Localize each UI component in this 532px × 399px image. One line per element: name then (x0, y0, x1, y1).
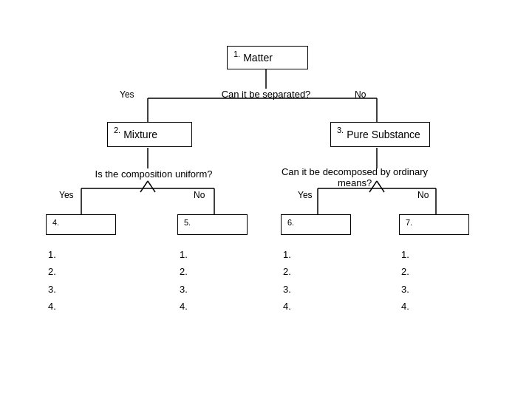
list-item: 4. (401, 298, 409, 315)
list-item: 1. (180, 246, 188, 263)
separated-question: Can it be separated? (192, 89, 340, 100)
list-item: 4. (283, 298, 291, 315)
box5: 5. (177, 214, 248, 235)
yes2-label: Yes (59, 190, 74, 200)
list-box5: 1. 2. 3. 4. (180, 246, 188, 316)
pure-substance-box: 3. Pure Substance (330, 122, 430, 147)
box6: 6. (281, 214, 351, 235)
list-item: 4. (48, 298, 56, 315)
list-item: 2. (401, 263, 409, 280)
box4: 4. (46, 214, 116, 235)
yes3-label: Yes (298, 190, 313, 200)
list-item: 4. (180, 298, 188, 315)
list-box4: 1. 2. 3. 4. (48, 246, 56, 316)
pure-number: 3. (337, 126, 344, 134)
list-item: 1. (401, 246, 409, 263)
list-item: 3. (401, 281, 409, 298)
list-box6: 1. 2. 3. 4. (283, 246, 291, 316)
no1-label: No (355, 89, 366, 100)
list-item: 3. (180, 281, 188, 298)
mixture-number: 2. (114, 126, 120, 134)
diagram: 1. Matter Can it be separated? Yes No 2.… (0, 0, 532, 399)
svg-line-13 (148, 181, 155, 192)
list-item: 1. (48, 246, 56, 263)
yes1-label: Yes (120, 89, 134, 100)
list-item: 3. (48, 281, 56, 298)
box7-number: 7. (406, 218, 412, 227)
no3-label: No (417, 190, 429, 200)
decomposed-question: Can it be decomposed by ordinary means? (273, 166, 436, 188)
pure-label: Pure Substance (347, 129, 420, 140)
list-box7: 1. 2. 3. 4. (401, 246, 409, 316)
box6-number: 6. (287, 218, 294, 227)
box7: 7. (399, 214, 469, 235)
box5-number: 5. (184, 218, 191, 227)
mixture-label: Mixture (123, 129, 157, 140)
svg-line-12 (140, 181, 148, 192)
box4-number: 4. (52, 218, 59, 227)
matter-label: Matter (243, 52, 273, 64)
list-item: 2. (283, 263, 291, 280)
matter-number: 1. (233, 50, 240, 58)
list-item: 3. (283, 281, 291, 298)
list-item: 2. (48, 263, 56, 280)
mixture-box: 2. Mixture (107, 122, 192, 147)
no2-label: No (194, 190, 205, 200)
list-item: 2. (180, 263, 188, 280)
matter-box: 1. Matter (227, 46, 308, 69)
list-item: 1. (283, 246, 291, 263)
uniform-question: Is the composition uniform? (87, 168, 220, 180)
